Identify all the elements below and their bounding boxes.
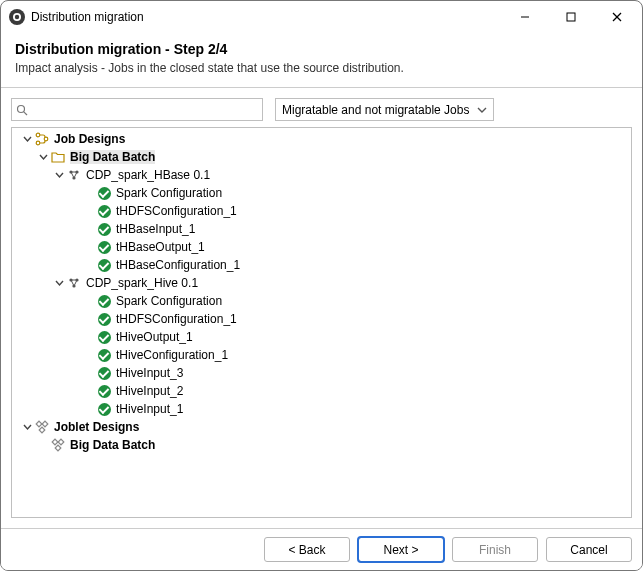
- tree-row[interactable]: tHiveOutput_1: [12, 328, 631, 346]
- tree-label: tHiveInput_3: [116, 366, 183, 380]
- tree-row[interactable]: tHiveInput_2: [12, 382, 631, 400]
- svg-rect-3: [567, 13, 575, 21]
- tree-label: tHBaseOutput_1: [116, 240, 205, 254]
- svg-rect-21: [58, 439, 64, 445]
- check-icon: [96, 203, 112, 219]
- tree-row[interactable]: tHDFSConfiguration_1: [12, 310, 631, 328]
- tree-label: Big Data Batch: [70, 438, 155, 452]
- branch-icon: [34, 131, 50, 147]
- filter-combo[interactable]: Migratable and not migratable Jobs: [275, 98, 494, 121]
- back-button-label: < Back: [288, 543, 325, 557]
- back-button[interactable]: < Back: [264, 537, 350, 562]
- finish-button-label: Finish: [479, 543, 511, 557]
- tree-label: tHBaseInput_1: [116, 222, 195, 236]
- check-icon: [96, 347, 112, 363]
- joblet-icon: [50, 437, 66, 453]
- tree-label: Spark Configuration: [116, 186, 222, 200]
- tree-label: CDP_spark_Hive 0.1: [86, 276, 198, 290]
- filter-combo-value: Migratable and not migratable Jobs: [282, 103, 469, 117]
- maximize-button[interactable]: [548, 2, 594, 32]
- tree-row[interactable]: tHiveInput_1: [12, 400, 631, 418]
- check-icon: [96, 329, 112, 345]
- search-input-wrap[interactable]: [11, 98, 263, 121]
- tree-label: Joblet Designs: [54, 420, 139, 434]
- expand-toggle[interactable]: [20, 423, 34, 432]
- svg-point-10: [44, 137, 48, 141]
- tree-label: CDP_spark_HBase 0.1: [86, 168, 210, 182]
- tree-label: tHBaseConfiguration_1: [116, 258, 240, 272]
- svg-line-7: [24, 111, 27, 114]
- search-icon: [16, 104, 28, 116]
- tree-row[interactable]: Big Data Batch: [12, 436, 631, 454]
- tree-view[interactable]: Job DesignsBig Data BatchCDP_spark_HBase…: [11, 127, 632, 518]
- tree-row[interactable]: tHBaseConfiguration_1: [12, 256, 631, 274]
- check-icon: [96, 239, 112, 255]
- check-icon: [96, 311, 112, 327]
- tree-row[interactable]: tHBaseOutput_1: [12, 238, 631, 256]
- tree-label: Spark Configuration: [116, 294, 222, 308]
- tree-label: Job Designs: [54, 132, 125, 146]
- folder-icon: [50, 149, 66, 165]
- svg-point-1: [15, 15, 19, 19]
- wizard-header: Distribution migration - Step 2/4 Impact…: [1, 33, 642, 88]
- tree-row[interactable]: CDP_spark_Hive 0.1: [12, 274, 631, 292]
- expand-toggle[interactable]: [52, 279, 66, 288]
- joblet-icon: [34, 419, 50, 435]
- finish-button: Finish: [452, 537, 538, 562]
- tree-label: tHiveOutput_1: [116, 330, 193, 344]
- check-icon: [96, 221, 112, 237]
- svg-rect-22: [55, 445, 61, 451]
- tree-label: tHiveInput_2: [116, 384, 183, 398]
- tree-label: tHDFSConfiguration_1: [116, 204, 237, 218]
- tree-label: Big Data Batch: [70, 150, 155, 164]
- tree-row[interactable]: tHiveConfiguration_1: [12, 346, 631, 364]
- titlebar: Distribution migration: [1, 1, 642, 33]
- svg-rect-20: [52, 439, 58, 445]
- next-button-label: Next >: [383, 543, 418, 557]
- tree-row[interactable]: tHBaseInput_1: [12, 220, 631, 238]
- filter-row: Migratable and not migratable Jobs: [1, 88, 642, 127]
- tree-row[interactable]: Spark Configuration: [12, 184, 631, 202]
- tree-label: tHDFSConfiguration_1: [116, 312, 237, 326]
- job-icon: [66, 275, 82, 291]
- window-title: Distribution migration: [31, 10, 144, 24]
- expand-toggle[interactable]: [20, 135, 34, 144]
- tree-row[interactable]: CDP_spark_HBase 0.1: [12, 166, 631, 184]
- check-icon: [96, 293, 112, 309]
- check-icon: [96, 257, 112, 273]
- check-icon: [96, 383, 112, 399]
- check-icon: [96, 401, 112, 417]
- check-icon: [96, 365, 112, 381]
- app-icon: [9, 9, 25, 25]
- svg-rect-18: [42, 421, 48, 427]
- page-subtitle: Impact analysis - Jobs in the closed sta…: [15, 61, 628, 75]
- tree-row[interactable]: Job Designs: [12, 130, 631, 148]
- expand-toggle[interactable]: [36, 153, 50, 162]
- minimize-button[interactable]: [502, 2, 548, 32]
- tree-row[interactable]: tHDFSConfiguration_1: [12, 202, 631, 220]
- svg-rect-19: [39, 427, 45, 433]
- window-buttons: [502, 2, 640, 32]
- wizard-footer: < Back Next > Finish Cancel: [1, 528, 642, 570]
- tree-row[interactable]: Big Data Batch: [12, 148, 631, 166]
- tree-label: tHiveConfiguration_1: [116, 348, 228, 362]
- cancel-button[interactable]: Cancel: [546, 537, 632, 562]
- search-input[interactable]: [32, 102, 258, 118]
- cancel-button-label: Cancel: [570, 543, 607, 557]
- svg-point-9: [36, 141, 40, 145]
- svg-point-6: [18, 105, 25, 112]
- page-title: Distribution migration - Step 2/4: [15, 41, 628, 57]
- check-icon: [96, 185, 112, 201]
- tree-row[interactable]: Joblet Designs: [12, 418, 631, 436]
- tree-row[interactable]: Spark Configuration: [12, 292, 631, 310]
- svg-point-8: [36, 133, 40, 137]
- job-icon: [66, 167, 82, 183]
- next-button[interactable]: Next >: [358, 537, 444, 562]
- expand-toggle[interactable]: [52, 171, 66, 180]
- close-button[interactable]: [594, 2, 640, 32]
- chevron-down-icon: [477, 107, 487, 113]
- svg-rect-17: [36, 421, 42, 427]
- tree-label: tHiveInput_1: [116, 402, 183, 416]
- tree-row[interactable]: tHiveInput_3: [12, 364, 631, 382]
